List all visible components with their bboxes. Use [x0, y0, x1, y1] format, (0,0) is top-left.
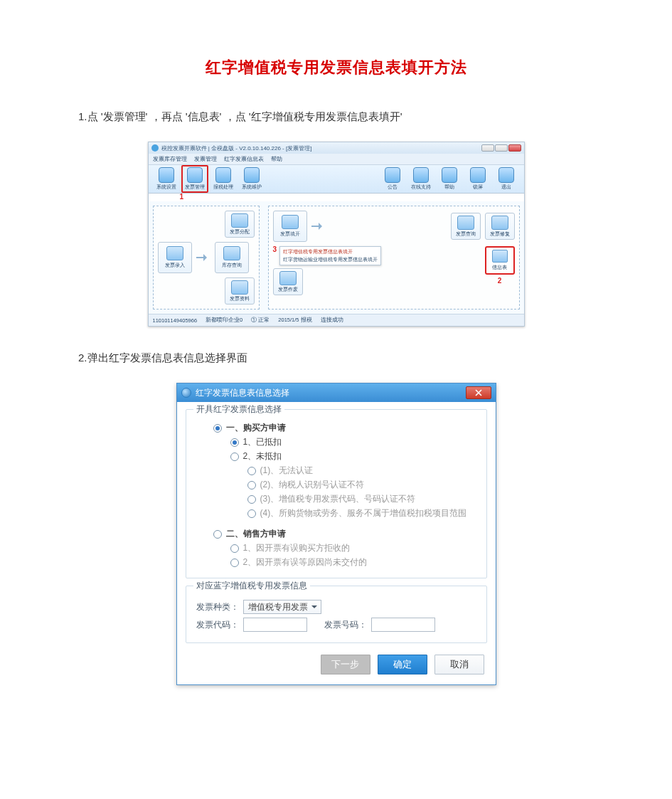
popup-menu[interactable]: 红字增值税专用发票信息表填开 红字货物运输业增值税专用发票信息表填开 — [279, 246, 381, 265]
dialog-icon — [181, 388, 191, 398]
status-item: ① 正常 — [251, 317, 270, 324]
toolbar-tax[interactable]: 报税处理 — [210, 167, 237, 191]
status-item: 110101149405966 — [153, 317, 198, 324]
menu-item[interactable]: 帮助 — [271, 155, 282, 163]
step-1-text: 1.点 '发票管理' ，再点 '信息表' ，点 '红字增值税专用发票信息表填开' — [78, 107, 594, 126]
toolbar-support[interactable]: 在线支持 — [407, 167, 434, 191]
input-invoice-code[interactable] — [243, 618, 307, 632]
radio-sub-3[interactable]: (3)、增值税专用发票代码、号码认证不符 — [247, 493, 476, 505]
radio-sub-4[interactable]: (4)、所购货物或劳务、服务不属于增值税扣税项目范围 — [247, 507, 476, 519]
annotation-1: 1 — [180, 193, 184, 201]
fieldset-blue-info: 对应蓝字增值税专用发票信息 发票种类： 增值税专用发票 发票代码： 发票号码： — [186, 586, 487, 643]
radio-buyer[interactable]: 一、购买方申请 — [213, 422, 476, 434]
radio-seller[interactable]: 二、销售方申请 — [213, 528, 476, 540]
maximize-icon[interactable] — [495, 144, 508, 152]
toolbar-lock[interactable]: 锁屏 — [464, 167, 491, 191]
flow-box[interactable]: 发票作废 — [273, 268, 303, 295]
menu-item[interactable]: 发票管理 — [194, 155, 217, 163]
fieldset-select: 开具红字发票信息选择 一、购买方申请 1、已抵扣 2、未抵扣 — [186, 409, 487, 578]
radio-icon — [213, 530, 222, 539]
app-menubar: 发票库存管理 发票管理 红字发票信息表 帮助 — [149, 154, 524, 165]
toolbar-help[interactable]: 帮助 — [436, 167, 463, 191]
annotation-3: 3 — [273, 245, 277, 253]
legend: 开具红字发票信息选择 — [193, 403, 284, 416]
status-item: 2015/1/5 报税 — [278, 317, 311, 324]
status-item: 连接成功 — [321, 317, 343, 324]
label-code: 发票代码： — [196, 619, 239, 631]
radio-seller-1[interactable]: 1、因开票有误购买方拒收的 — [230, 542, 476, 554]
close-icon — [475, 389, 482, 396]
flow-box[interactable]: 发票填开 — [273, 211, 307, 242]
flow-box[interactable]: 发票修复 — [485, 213, 515, 240]
dialog-buttons: 下一步 确定 取消 — [186, 650, 487, 676]
flow-box[interactable]: 库存查询 — [215, 242, 249, 273]
next-button[interactable]: 下一步 — [321, 655, 370, 674]
radio-icon — [247, 495, 256, 504]
annotation-2: 2 — [498, 277, 502, 285]
radio-icon — [213, 424, 222, 433]
app-titlebar: 税控发票开票软件 | 金税盘版 - V2.0.10.140.226 - [发票管… — [149, 142, 524, 154]
arrow-icon — [196, 254, 210, 261]
app-window: 税控发票开票软件 | 金税盘版 - V2.0.10.140.226 - [发票管… — [148, 142, 525, 327]
radio-icon — [230, 559, 239, 567]
menu-item[interactable]: 红字发票信息表 — [224, 155, 264, 163]
radio-sub-2[interactable]: (2)、纳税人识别号认证不符 — [247, 479, 476, 491]
cancel-button[interactable]: 取消 — [434, 655, 484, 674]
ok-button[interactable]: 确定 — [378, 655, 427, 674]
minimize-icon[interactable] — [481, 144, 494, 152]
radio-deducted[interactable]: 1、已抵扣 — [230, 436, 476, 448]
label-num: 发票号码： — [324, 619, 367, 631]
radio-sub-1[interactable]: (1)、无法认证 — [247, 465, 476, 477]
flow-box[interactable]: 发票资料 — [225, 277, 255, 305]
radio-icon — [230, 453, 239, 461]
radio-icon — [247, 467, 256, 475]
radio-not-deducted[interactable]: 2、未抵扣 — [230, 450, 476, 462]
arrow-icon — [311, 223, 326, 230]
popup-item[interactable]: 红字货物运输业增值税专用发票信息表填开 — [283, 256, 378, 264]
close-icon[interactable] — [508, 144, 521, 152]
menu-item[interactable]: 发票库存管理 — [153, 155, 187, 163]
radio-icon — [247, 481, 256, 490]
step-2-text: 2.弹出红字发票信息表信息选择界面 — [78, 348, 594, 367]
popup-item-selected[interactable]: 红字增值税专用发票信息表填开 — [283, 248, 378, 256]
toolbar-system-maint[interactable]: 系统维护 — [238, 167, 265, 191]
label-kind: 发票种类： — [196, 601, 239, 613]
flow-box[interactable]: 发票分配 — [225, 211, 255, 238]
radio-icon — [247, 509, 256, 518]
flow-box[interactable]: 发票查询 — [451, 213, 481, 240]
toolbar-exit[interactable]: 退出 — [493, 167, 520, 191]
flow-panel-right: 发票填开 发票查询 发票修复 3 红字增值税专用发票信息表填开 红字货物运输业增… — [268, 206, 520, 309]
radio-icon — [230, 438, 239, 447]
window-controls — [481, 144, 521, 152]
toolbar-invoice-mgmt[interactable]: 发票管理 — [181, 165, 208, 193]
status-bar: 110101149405966 新都喷印企业0 ① 正常 2015/1/5 报税… — [149, 314, 524, 326]
radio-seller-2[interactable]: 2、因开票有误等原因尚未交付的 — [230, 556, 476, 568]
app-icon — [151, 144, 159, 152]
radio-icon — [230, 544, 239, 553]
flow-box[interactable]: 发票录入 — [158, 242, 192, 273]
app-body: 发票分配 发票录入 库存查询 发票资料 发票填开 发票查询 发票修复 — [149, 201, 524, 314]
dialog-red-invoice-select: 红字发票信息表信息选择 开具红字发票信息选择 一、购买方申请 1、已抵扣 — [176, 383, 496, 685]
app-title-text: 税控发票开票软件 | 金税盘版 - V2.0.10.140.226 - [发票管… — [161, 144, 312, 152]
close-button[interactable] — [466, 386, 491, 399]
doc-title: 红字增值税专用发票信息表填开方法 — [78, 57, 594, 78]
flow-panel-left: 发票分配 发票录入 库存查询 发票资料 — [153, 206, 260, 309]
app-toolbar: 系统设置 发票管理 报税处理 系统维护 公告 在线支持 帮助 锁屏 退出 — [149, 165, 524, 194]
status-item: 新都喷印企业0 — [206, 317, 242, 324]
legend: 对应蓝字增值税专用发票信息 — [193, 580, 310, 592]
select-invoice-kind[interactable]: 增值税专用发票 — [243, 600, 321, 614]
input-invoice-number[interactable] — [371, 618, 435, 632]
toolbar-system-settings[interactable]: 系统设置 — [153, 167, 180, 191]
toolbar-announce[interactable]: 公告 — [379, 167, 406, 191]
info-table-button[interactable]: 信息表 — [485, 246, 515, 275]
dialog-titlebar: 红字发票信息表信息选择 — [177, 383, 496, 402]
dialog-title: 红字发票信息表信息选择 — [196, 387, 289, 399]
